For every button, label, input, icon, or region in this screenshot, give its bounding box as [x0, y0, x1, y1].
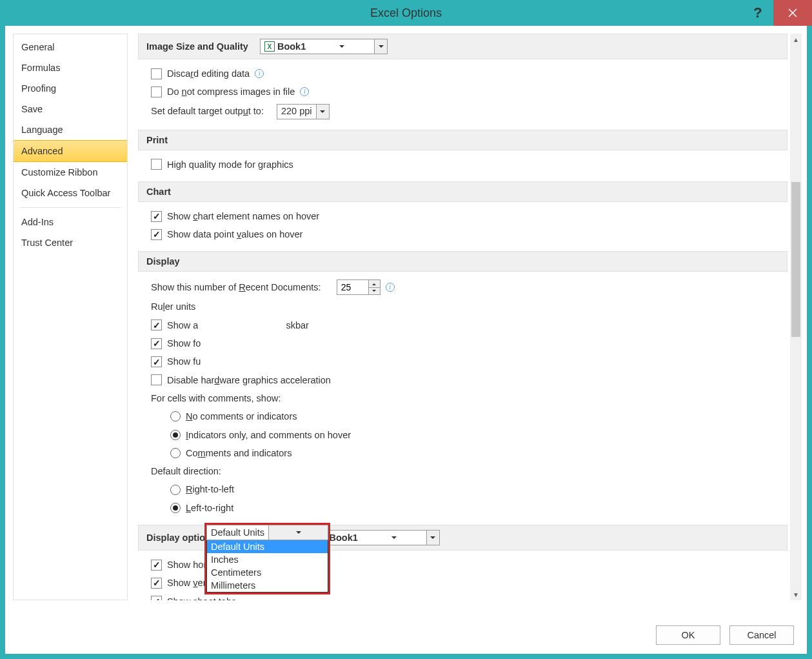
- titlebar: Excel Options ?: [0, 0, 812, 26]
- info-icon[interactable]: [386, 283, 395, 292]
- section-title: Display: [146, 256, 180, 267]
- section-title: Print: [146, 135, 168, 145]
- section-title: Image Size and Quality: [146, 41, 248, 52]
- show-formula-bar-label: Show fo: [167, 337, 201, 350]
- ruler-option-centimeters[interactable]: Centimeters: [207, 566, 328, 579]
- show-all-windows-checkbox[interactable]: [151, 319, 162, 330]
- chevron-down-icon: [268, 525, 328, 540]
- sidebar-item-trust-center[interactable]: Trust Center: [14, 232, 127, 253]
- sidebar-item-customize-ribbon[interactable]: Customize Ribbon: [14, 162, 127, 183]
- sidebar-item-language[interactable]: Language: [14, 119, 127, 140]
- ltr-radio[interactable]: [170, 503, 181, 513]
- chart-names-checkbox[interactable]: [151, 211, 162, 222]
- chevron-down-icon: [426, 531, 439, 545]
- high-quality-label: High quality mode for graphics: [167, 158, 293, 171]
- show-all-windows-label-b: skbar: [286, 319, 308, 332]
- comments-indicators-radio[interactable]: [170, 430, 181, 440]
- workbook-select[interactable]: Book1: [260, 39, 388, 54]
- chevron-down-icon: [374, 39, 387, 54]
- ruler-units-current: Default Units: [207, 525, 268, 540]
- sidebar-item-advanced[interactable]: Advanced: [14, 140, 127, 162]
- comments-both-radio[interactable]: [170, 448, 181, 458]
- excel-icon: [264, 41, 275, 52]
- no-compress-label: Do not compress images in file: [167, 85, 295, 98]
- section-title: Chart: [146, 187, 171, 197]
- disable-hw-label: Disable hardware graphics acceleration: [167, 374, 331, 387]
- ruler-units-label: Ruler units: [151, 300, 195, 313]
- window-title: Excel Options: [0, 6, 812, 20]
- ruler-option-millimeters[interactable]: Millimeters: [207, 579, 328, 592]
- high-quality-checkbox[interactable]: [151, 159, 162, 170]
- ruler-option-default[interactable]: Default Units: [207, 540, 328, 553]
- sidebar-item-proofing[interactable]: Proofing: [14, 78, 127, 99]
- ruler-units-dropdown[interactable]: Default Units Default Units Inches Centi…: [204, 523, 330, 594]
- chevron-down-icon: [316, 105, 329, 119]
- v-scroll-checkbox[interactable]: [151, 578, 162, 589]
- show-function-tips-checkbox[interactable]: [151, 356, 162, 367]
- default-target-label: Set default target output to:: [151, 105, 264, 117]
- sidebar-separator: [20, 207, 121, 208]
- scroll-down-arrow[interactable]: ▼: [790, 589, 802, 600]
- sidebar-item-general[interactable]: General: [14, 37, 127, 57]
- show-formula-bar-checkbox[interactable]: [151, 338, 162, 349]
- ppi-select[interactable]: 220 ppi: [277, 104, 330, 119]
- spinner-down[interactable]: [369, 288, 380, 295]
- section-print: Print: [138, 130, 787, 150]
- ltr-label: Left-to-right: [186, 502, 233, 514]
- ok-button[interactable]: OK: [656, 625, 720, 645]
- cancel-button[interactable]: Cancel: [729, 625, 794, 645]
- content-pane: Image Size and Quality Book1 Discard edi…: [138, 34, 802, 600]
- recent-docs-spinner[interactable]: [337, 279, 381, 295]
- comments-indicators-label: Indicators only, and comments on hover: [186, 429, 351, 441]
- comments-none-radio[interactable]: [170, 411, 181, 421]
- chart-values-label: Show data point values on hover: [167, 228, 302, 241]
- sheet-tabs-label: Show sheet tabs: [167, 595, 236, 600]
- sidebar-item-formulas[interactable]: Formulas: [14, 57, 127, 78]
- close-icon: [788, 8, 797, 17]
- show-function-tips-label: Show fu: [167, 355, 201, 368]
- rtl-label: Right-to-left: [186, 483, 234, 496]
- recent-docs-label: Show this number of Recent Documents:: [151, 281, 321, 294]
- chart-values-checkbox[interactable]: [151, 229, 162, 240]
- sheet-tabs-checkbox[interactable]: [151, 596, 162, 600]
- content-scrollbar[interactable]: ▲ ▼: [790, 34, 802, 600]
- help-button[interactable]: ?: [742, 0, 773, 26]
- section-chart: Chart: [138, 181, 787, 202]
- scroll-up-arrow[interactable]: ▲: [790, 34, 802, 45]
- chart-names-label: Show chart element names on hover: [167, 210, 319, 223]
- dialog-buttons: OK Cancel: [5, 619, 807, 654]
- close-button[interactable]: [773, 0, 812, 26]
- section-display: Display: [138, 251, 787, 272]
- disable-hw-checkbox[interactable]: [151, 374, 162, 385]
- sidebar-item-qat[interactable]: Quick Access Toolbar: [14, 183, 127, 203]
- sidebar-item-addins[interactable]: Add-Ins: [14, 212, 127, 232]
- sidebar-item-save[interactable]: Save: [14, 99, 127, 119]
- rtl-radio[interactable]: [170, 485, 181, 495]
- workbook-select-2[interactable]: Book1: [312, 530, 439, 545]
- ruler-option-inches[interactable]: Inches: [207, 553, 328, 566]
- scroll-thumb[interactable]: [791, 182, 800, 337]
- spinner-up[interactable]: [369, 280, 380, 288]
- discard-editing-checkbox[interactable]: [151, 68, 162, 79]
- info-icon[interactable]: [300, 87, 309, 96]
- no-compress-checkbox[interactable]: [151, 86, 162, 97]
- h-scroll-checkbox[interactable]: [151, 560, 162, 571]
- comments-label: For cells with comments, show:: [151, 392, 281, 405]
- comments-none-label: No comments or indicators: [186, 410, 297, 423]
- section-image-quality: Image Size and Quality Book1: [138, 34, 787, 59]
- discard-editing-label: Discard editing data: [167, 67, 250, 80]
- show-all-windows-label-a: Show a: [167, 319, 198, 332]
- comments-both-label: Comments and indicators: [186, 447, 292, 460]
- direction-label: Default direction:: [151, 465, 221, 478]
- recent-docs-input[interactable]: [337, 280, 368, 294]
- info-icon[interactable]: [255, 69, 264, 78]
- ruler-units-listbox: Default Units Inches Centimeters Millime…: [206, 540, 328, 593]
- category-sidebar: General Formulas Proofing Save Language …: [13, 34, 128, 600]
